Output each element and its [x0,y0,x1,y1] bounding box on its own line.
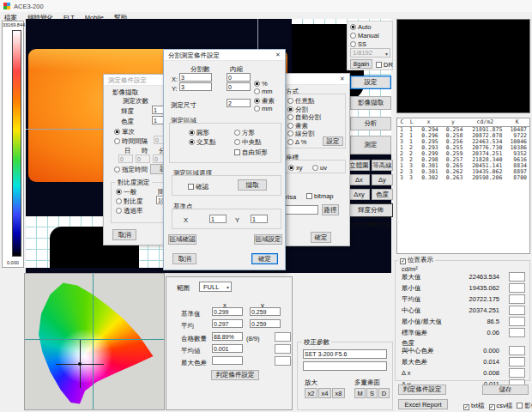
multi-m-button[interactable]: M [354,388,366,398]
zoom-x4-button[interactable]: x4 [318,388,331,398]
analyze-button[interactable]: 分析 [350,117,391,130]
contour-button[interactable]: 等高線 [372,160,393,171]
cie-panel[interactable] [24,273,165,410]
general-radio[interactable] [116,189,122,195]
ref-y-field[interactable] [250,307,281,316]
x-div-field[interactable] [179,73,212,82]
stat-value: 22463.534 [469,273,499,281]
method-set-button[interactable]: 設定 [323,136,343,146]
pass-field[interactable] [212,332,243,341]
area-set-button[interactable]: 區域設定 [254,234,282,245]
zoom-x8-button[interactable]: x8 [332,388,345,398]
delta-x-button[interactable]: Δx [348,174,370,185]
table-row[interactable]: 120.2930.25520776.73010386 [397,145,529,151]
save-button[interactable]: 儲存 [482,385,529,395]
size-mm-radio[interactable] [254,106,260,112]
uv-radio[interactable] [312,165,318,171]
measure-cancel-button[interactable]: 取消 [112,229,136,240]
multi-d-button[interactable]: D [378,388,390,398]
hour-field[interactable] [136,154,150,163]
mean-field[interactable] [212,344,243,353]
method-close-icon[interactable]: ✕ [336,74,349,84]
method-option-radio[interactable] [287,114,293,120]
delta-y-button[interactable]: Δy [372,174,393,185]
stat-row: 最小值19435.062 [395,282,529,294]
image-file-checkbox[interactable] [517,403,523,409]
square-radio[interactable] [234,130,240,136]
avg-x-field[interactable] [212,319,243,328]
avg-y-field[interactable] [250,319,281,328]
bitmap-checkbox[interactable] [306,193,312,199]
grab-button[interactable]: 擷取 [238,179,267,191]
set-button[interactable]: 設定 [350,76,391,89]
circle-radio[interactable] [189,130,195,136]
y-inset-field[interactable] [227,82,251,91]
size-field[interactable] [227,99,251,107]
specified-time-radio[interactable] [114,167,120,173]
xy-radio[interactable] [288,165,294,171]
dr-checkbox[interactable] [376,62,382,68]
center-radio[interactable] [234,139,240,145]
day-field[interactable] [118,154,133,163]
multi-s-button[interactable]: S [366,388,378,398]
inset-mm-radio[interactable] [254,88,260,94]
split-dialog-titlebar[interactable]: 分割測定條件設定 ✕ [164,50,285,61]
base-y-field[interactable] [251,215,268,223]
stereo-button[interactable]: 立體圖 [348,160,370,171]
capture-button[interactable]: 影像擷取 [350,96,391,110]
method-option-radio[interactable] [287,123,293,129]
measure-button[interactable]: 測定 [350,136,391,154]
measurement-table-panel[interactable]: C L x y cd/m2 K 110.2940.25421891.875104… [396,118,530,254]
chroma-button[interactable]: 色度 [372,189,393,200]
x-inset-field[interactable] [227,73,251,82]
interval-radio[interactable] [114,138,120,144]
auto-radio[interactable] [350,24,356,30]
manual-radio[interactable] [350,33,356,39]
range-judge-button[interactable]: 判定條件設定 [211,370,259,380]
title-bar: ACE3-200 [0,0,532,13]
ref-x-field[interactable] [212,307,243,316]
method-ok-button[interactable]: 確定 [311,232,331,243]
delta-xy-button[interactable]: Δxy [348,189,370,200]
cross-radio[interactable] [189,139,195,145]
table-row[interactable]: 130.3010.26520451.1418834 [397,163,529,169]
inset-pct-radio[interactable] [254,81,260,87]
excel-report-button[interactable]: Excel Report [398,399,448,409]
calibration-field-2[interactable] [303,361,387,371]
shutter-select[interactable]: 1/8192▾ [350,48,390,58]
judge-condition-button[interactable]: 判定條件設定 [398,385,446,395]
calibration-field[interactable] [303,349,387,359]
specified-time-label: 指定時間 [122,166,148,173]
confirm-checkbox[interactable] [188,184,194,190]
zoom-x2-button[interactable]: x2 [305,388,317,398]
transmit-radio[interactable] [116,208,122,214]
position-display-checkbox[interactable]: ✓ [400,258,406,264]
table-row[interactable]: 230.3010.26219435.0628897 [397,169,529,175]
table-row[interactable]: 110.2940.25421891.87510487 [397,127,529,134]
area-confirm-button[interactable]: 區域確認 [168,234,196,245]
path-button[interactable]: 路徑 [322,204,339,215]
freerect-checkbox[interactable] [234,149,240,155]
table-row[interactable]: 330.3020.26320598.2068700 [397,175,529,181]
method-option-radio[interactable] [287,98,293,104]
gain-button[interactable]: 8gain [350,59,372,69]
size-pixel-radio[interactable] [254,98,260,104]
split-cancel-button[interactable]: 取消 [172,253,196,264]
table-row[interactable]: 220.2990.25920374.2519352 [397,151,529,157]
contrast-radio[interactable] [116,198,122,204]
lum-dist-button[interactable]: 輝度分佈 [348,203,393,217]
single-radio[interactable] [114,129,120,135]
method-option-radio[interactable] [287,130,293,136]
base-x-field[interactable] [209,215,227,223]
maxdiff-field[interactable] [212,356,243,365]
y-div-field[interactable] [179,82,212,91]
txt-checkbox[interactable]: ✓ [463,404,469,410]
split-close-icon[interactable]: ✕ [271,50,285,60]
method-option-radio[interactable] [287,106,293,112]
csv-checkbox[interactable]: ✓ [489,404,495,410]
split-ok-button[interactable]: 確定 [251,253,278,264]
method-option-radio[interactable] [287,139,293,145]
ss-radio[interactable] [350,41,356,47]
range-select[interactable]: FULL▾ [199,282,232,292]
table-row[interactable]: 320.2980.25721828.3409616 [397,157,529,163]
